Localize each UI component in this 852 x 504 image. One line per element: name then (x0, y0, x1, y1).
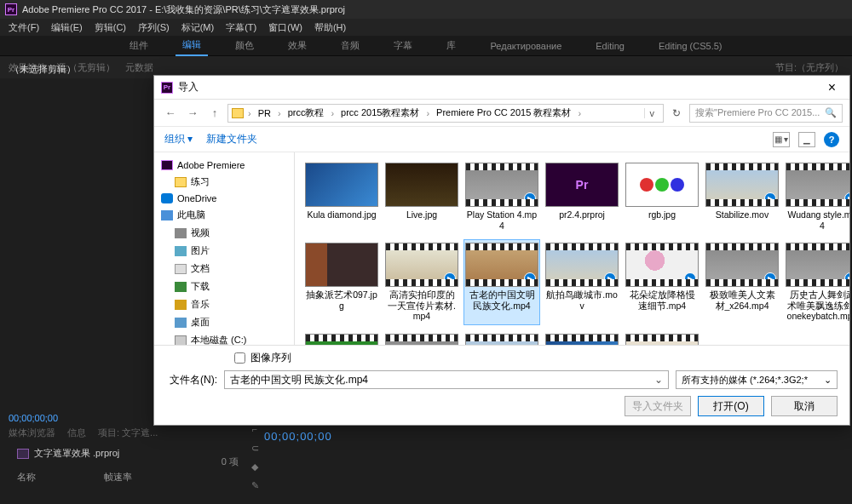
menu-item[interactable]: 文件(F) (3, 20, 44, 36)
file-item[interactable]: ▶ (624, 330, 700, 345)
file-item[interactable]: ▶古老的中国文明 民族文化.mp4 (463, 239, 540, 325)
tree-item-label: 练习 (191, 175, 210, 188)
tree-item[interactable]: OneDrive (158, 191, 291, 206)
file-item[interactable]: ▶ (383, 330, 460, 345)
column-header[interactable]: 名称 (17, 471, 36, 484)
workspace-tab[interactable]: Редактирование (483, 37, 568, 54)
workspace-tab[interactable]: Editing (CS5.5) (652, 37, 729, 54)
breadcrumb-segment[interactable]: prcc教程 (285, 106, 327, 119)
tree-item[interactable]: 音乐 (158, 295, 291, 313)
menu-item[interactable]: 编辑(E) (46, 20, 88, 36)
image-sequence-checkbox[interactable] (234, 352, 245, 364)
file-item[interactable]: ▶ (463, 330, 540, 345)
refresh-button[interactable]: ↻ (667, 104, 686, 123)
breadcrumb-segment[interactable]: prcc 2015教程素材 (338, 106, 422, 119)
view-mode-button[interactable]: ▦ ▾ (773, 132, 790, 147)
file-item[interactable]: ▶ (544, 330, 620, 345)
app-titlebar: Pr Adobe Premiere Pro CC 2017 - E:\我收集的资… (0, 0, 852, 19)
video-badge-icon: ▶ (764, 272, 776, 284)
panel-tab[interactable]: 媒体浏览器 (9, 427, 55, 439)
file-item[interactable]: ▶Play Station 4.mp4 (463, 159, 540, 234)
workspace-tab[interactable]: 库 (440, 36, 463, 55)
breadcrumb-segment[interactable]: Premiere Pro CC 2015 教程素材 (434, 106, 573, 119)
tree-item[interactable]: 练习 (158, 173, 291, 191)
import-folder-button[interactable]: 导入文件夹 (625, 396, 691, 416)
panel-tab[interactable]: 项目: 文字遮... (98, 427, 158, 439)
workspace-tab[interactable]: 字幕 (387, 36, 419, 55)
breadcrumb-segment[interactable]: PR (256, 108, 273, 118)
nav-back-button[interactable]: ← (161, 104, 180, 123)
new-folder-button[interactable]: 新建文件夹 (206, 132, 257, 146)
file-item[interactable]: Live.jpg (383, 159, 460, 234)
cancel-button[interactable]: 取消 (771, 396, 838, 416)
file-item[interactable]: ▶ (303, 330, 380, 345)
file-item[interactable]: ▶花朵绽放降格慢速细节.mp4 (624, 239, 700, 325)
filename-input[interactable]: 古老的中国文明 民族文化.mp4 ⌄ (224, 370, 669, 389)
breadcrumb-dropdown-icon[interactable]: v (644, 108, 660, 118)
menu-item[interactable]: 标记(M) (176, 20, 220, 36)
dialog-titlebar: Pr 导入 × (154, 76, 849, 100)
tree-item[interactable]: 图片 (158, 242, 291, 260)
marker-icon[interactable]: ◆ (247, 461, 262, 477)
tree-item-icon (175, 177, 187, 187)
preview-pane-button[interactable]: ▁ (798, 132, 815, 147)
filter-value: 所有支持的媒体 (*.264;*.3G2;* (682, 374, 808, 387)
snap-icon[interactable]: ⌐ (247, 424, 262, 439)
tree-item[interactable]: 此电脑 (158, 206, 291, 224)
filename-label: 文件名(N): (166, 373, 217, 387)
file-item[interactable]: 抽象派艺术097.jpg (303, 239, 380, 325)
menu-item[interactable]: 窗口(W) (263, 20, 308, 36)
project-item[interactable]: 文字遮罩效果 .prproj (17, 447, 119, 460)
filename-dropdown-icon[interactable]: ⌄ (654, 374, 663, 386)
file-thumbnail (385, 163, 458, 207)
menu-item[interactable]: 序列(S) (133, 20, 175, 36)
organize-button[interactable]: 组织 ▾ (164, 132, 193, 146)
menu-item[interactable]: 剪辑(C) (89, 20, 131, 36)
timeline-panel: 00;00;00;00 (264, 430, 332, 443)
help-button[interactable]: ? (824, 132, 839, 147)
menubar: 文件(F)编辑(E)剪辑(C)序列(S)标记(M)字幕(T)窗口(W)帮助(H) (0, 19, 852, 36)
file-item[interactable]: ▶极致唯美人文素材_x264.mp4 (704, 239, 780, 325)
menu-item[interactable]: 字幕(T) (221, 20, 262, 36)
file-item[interactable]: ▶历史古人舞剑武术唯美飘逸练剑_onekeybatch.mp4 (784, 239, 849, 325)
open-button[interactable]: 打开(O) (698, 396, 764, 416)
workspace-tab[interactable]: 效果 (281, 36, 314, 55)
dialog-footer: 图像序列 文件名(N): 古老的中国文明 民族文化.mp4 ⌄ 所有支持的媒体 … (154, 345, 849, 425)
nav-forward-button[interactable]: → (183, 104, 202, 123)
panel-tab[interactable]: 信息 (67, 427, 86, 439)
workspace-tab[interactable]: Editing (589, 37, 631, 54)
file-item[interactable]: Prpr2.4.prproj (544, 159, 620, 234)
breadcrumb[interactable]: ›PR›prcc教程›prcc 2015教程素材›Premiere Pro CC… (227, 104, 664, 123)
column-header[interactable]: 帧速率 (104, 471, 132, 484)
tree-item[interactable]: 文档 (158, 260, 291, 278)
file-item[interactable]: ▶Stabilize.mov (704, 159, 780, 234)
wrench-icon[interactable]: ✎ (247, 480, 262, 495)
file-filter-select[interactable]: 所有支持的媒体 (*.264;*.3G2;* ⌄ (676, 370, 838, 389)
file-item[interactable]: ▶Wudang style.mp4 (784, 159, 849, 234)
tree-item[interactable]: 本地磁盘 (C:) (158, 331, 291, 345)
file-list-area[interactable]: Kula diamond.jpgLive.jpg▶Play Station 4.… (295, 152, 849, 345)
dialog-app-icon: Pr (161, 82, 173, 94)
search-input[interactable]: 搜索"Premiere Pro CC 2015... 🔍 (689, 104, 843, 123)
file-item[interactable]: ▶航拍鸟瞰城市.mov (544, 239, 620, 325)
video-badge-icon: ▶ (524, 272, 536, 284)
workspace-tab[interactable]: 颜色 (228, 36, 261, 55)
file-item[interactable]: ▶高清实拍印度的一天宣传片素材.mp4 (383, 239, 460, 325)
tree-item[interactable]: 下载 (158, 278, 291, 295)
tree-item[interactable]: 视频 (158, 224, 291, 242)
timeline-timecode[interactable]: 00;00;00;00 (264, 430, 332, 443)
workspace-tab[interactable]: 编辑 (176, 35, 208, 56)
file-thumbnail: Pr (545, 163, 619, 207)
tree-item[interactable]: 桌面 (158, 313, 291, 331)
close-button[interactable]: × (821, 80, 843, 95)
tree-item[interactable]: Adobe Premiere (158, 158, 291, 173)
file-item[interactable]: rgb.jpg (624, 159, 700, 234)
workspace-tab[interactable]: 组件 (123, 36, 155, 55)
file-item[interactable]: Kula diamond.jpg (303, 159, 380, 234)
workspace-tab[interactable]: 音频 (334, 36, 366, 55)
nav-up-button[interactable]: ↑ (205, 104, 224, 123)
menu-item[interactable]: 帮助(H) (309, 20, 351, 36)
link-icon[interactable]: ⊂ (247, 443, 262, 458)
tree-item-label: 音乐 (191, 298, 210, 311)
file-name-label: Wudang style.mp4 (786, 209, 849, 231)
